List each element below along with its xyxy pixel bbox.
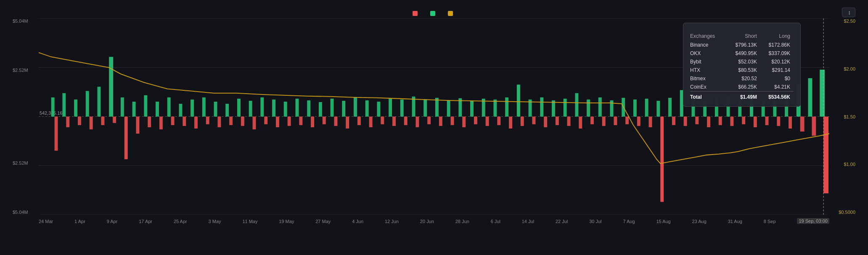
svg-rect-110	[474, 117, 477, 124]
y-left-4: $5.04M	[13, 210, 38, 215]
svg-rect-9	[74, 100, 77, 117]
svg-rect-52	[575, 93, 578, 117]
x-axis-label: 4 Jun	[352, 219, 363, 224]
tooltip-row: OKX$490.95K$337.09K	[690, 49, 794, 58]
tooltip-row: Binance$796.13K$172.86K	[690, 41, 794, 49]
svg-rect-23	[237, 99, 241, 117]
svg-rect-14	[132, 102, 136, 117]
svg-rect-45	[493, 100, 497, 117]
svg-rect-27	[284, 102, 287, 117]
y-left-0: $5.04M	[13, 18, 38, 24]
y-right-0: $2.50	[844, 18, 855, 24]
svg-rect-139	[812, 117, 816, 136]
svg-rect-100	[357, 117, 361, 125]
svg-rect-138	[800, 117, 804, 132]
tooltip-total-row: Total$1.49M$534.56K	[690, 92, 794, 102]
svg-rect-101	[369, 117, 373, 127]
svg-rect-30	[319, 102, 322, 117]
svg-rect-87	[206, 117, 209, 124]
svg-rect-60	[668, 98, 672, 117]
x-axis-label: 17 Apr	[139, 219, 152, 224]
svg-rect-128	[684, 117, 687, 126]
y-right-3: $1.00	[844, 162, 855, 167]
svg-rect-43	[470, 101, 474, 117]
x-axis-label: 12 Jun	[385, 219, 399, 224]
chart-container: ↕ $5.04M $2.52M $2.52M $5.04M $2.50 $2.0…	[0, 0, 868, 255]
y-left-1: $2.52M	[13, 68, 38, 73]
svg-rect-99	[346, 117, 349, 129]
svg-rect-54	[598, 97, 602, 117]
svg-rect-76	[78, 117, 81, 125]
svg-rect-24	[249, 101, 252, 117]
svg-rect-115	[532, 117, 536, 124]
svg-rect-118	[567, 117, 571, 126]
svg-rect-123	[625, 117, 629, 124]
svg-rect-10	[86, 91, 89, 117]
x-axis: 24 Mar1 Apr9 Apr17 Apr25 Apr3 May11 May1…	[39, 216, 829, 224]
svg-rect-91	[253, 117, 256, 129]
svg-rect-112	[497, 117, 500, 125]
svg-rect-28	[296, 99, 299, 117]
svg-rect-96	[311, 117, 314, 127]
svg-rect-77	[90, 117, 93, 129]
chart-tooltip: Exchanges Short Long Binance$796.13K$172…	[683, 23, 801, 107]
x-axis-label: 14 Jul	[522, 219, 534, 224]
y-right-2: $1.50	[844, 114, 855, 119]
x-axis-label: 20 Jun	[420, 219, 434, 224]
svg-rect-97	[323, 117, 326, 124]
legend-long	[430, 11, 438, 16]
y-right-4: $0.5000	[839, 210, 855, 215]
svg-rect-103	[392, 117, 396, 126]
svg-rect-40	[435, 98, 439, 117]
svg-rect-31	[331, 99, 334, 117]
svg-rect-34	[365, 100, 369, 117]
svg-rect-75	[66, 117, 69, 127]
svg-rect-134	[754, 117, 757, 127]
svg-rect-72	[808, 78, 812, 116]
svg-rect-50	[552, 100, 555, 117]
svg-rect-83	[159, 117, 163, 129]
svg-rect-108	[451, 117, 454, 125]
x-axis-label: 1 Apr	[74, 219, 85, 224]
tooltip-row: CoinEx$66.25K$4.21K	[690, 83, 794, 92]
svg-rect-8	[62, 93, 66, 117]
svg-rect-47	[517, 84, 520, 116]
svg-rect-73	[820, 70, 825, 117]
svg-rect-74	[55, 117, 58, 151]
all-control[interactable]: ↕	[842, 8, 856, 17]
svg-rect-11	[98, 87, 101, 116]
col-exchange: Exchanges	[690, 32, 728, 41]
svg-rect-133	[742, 117, 745, 124]
svg-rect-117	[556, 117, 559, 125]
svg-rect-126	[660, 117, 664, 202]
svg-rect-20	[202, 97, 206, 117]
x-axis-label: 3 May	[209, 219, 221, 224]
x-axis-label: 23 Aug	[692, 219, 707, 224]
svg-rect-26	[272, 100, 275, 117]
long-dot	[430, 11, 435, 16]
x-axis-label: 27 May	[315, 219, 331, 224]
svg-rect-7	[51, 97, 55, 117]
svg-rect-119	[579, 117, 582, 129]
svg-rect-35	[377, 102, 380, 117]
short-dot	[413, 11, 418, 16]
svg-rect-85	[183, 117, 186, 126]
tooltip-table: Exchanges Short Long Binance$796.13K$172…	[690, 32, 794, 101]
chart-plot: 542,335.16	[39, 18, 829, 215]
svg-rect-121	[602, 117, 606, 126]
x-axis-label: 6 Jul	[491, 219, 500, 224]
tooltip-row: Bitmex$20.52$0	[690, 74, 794, 83]
svg-rect-82	[148, 117, 151, 127]
svg-rect-33	[354, 97, 357, 117]
x-axis-label: 30 Jul	[589, 219, 601, 224]
svg-rect-16	[156, 102, 159, 117]
svg-rect-104	[404, 117, 408, 125]
svg-rect-58	[645, 99, 648, 117]
svg-rect-51	[564, 99, 567, 117]
svg-rect-39	[423, 100, 427, 117]
x-axis-label: 9 Apr	[107, 219, 118, 224]
svg-rect-15	[144, 95, 147, 117]
svg-rect-109	[462, 117, 466, 127]
y-right-1: $2.00	[844, 66, 855, 71]
svg-rect-129	[695, 117, 699, 124]
